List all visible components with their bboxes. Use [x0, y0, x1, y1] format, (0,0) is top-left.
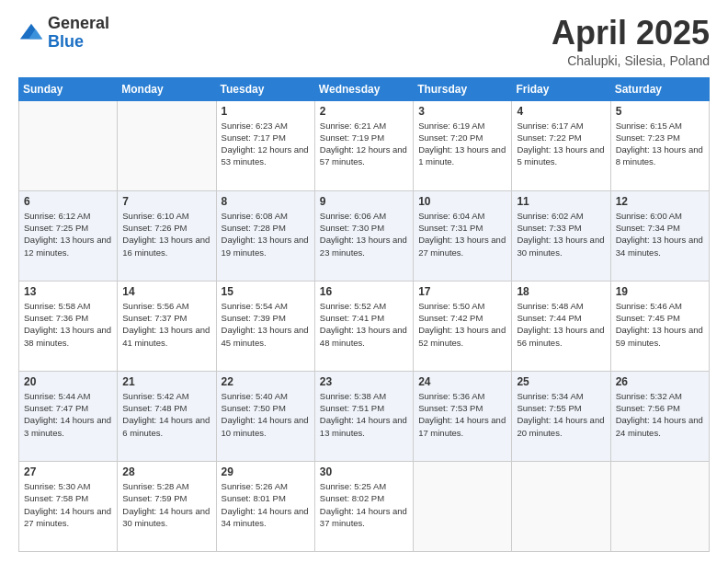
logo-icon: [18, 20, 44, 46]
calendar-week-row: 20Sunrise: 5:44 AM Sunset: 7:47 PM Dayli…: [19, 371, 710, 461]
table-row: 7Sunrise: 6:10 AM Sunset: 7:26 PM Daylig…: [118, 190, 216, 281]
logo: General Blue: [18, 15, 109, 52]
day-number: 19: [616, 285, 704, 298]
day-info: Sunrise: 5:54 AM Sunset: 7:39 PM Dayligh…: [222, 300, 310, 349]
day-info: Sunrise: 5:34 AM Sunset: 7:55 PM Dayligh…: [517, 390, 605, 439]
day-info: Sunrise: 5:28 AM Sunset: 7:59 PM Dayligh…: [122, 480, 210, 529]
day-number: 15: [222, 285, 310, 298]
day-number: 21: [122, 375, 210, 388]
day-info: Sunrise: 6:17 AM Sunset: 7:22 PM Dayligh…: [517, 120, 605, 168]
table-row: 3Sunrise: 6:19 AM Sunset: 7:20 PM Daylig…: [414, 100, 512, 190]
day-number: 18: [517, 285, 605, 298]
day-number: 11: [517, 195, 605, 208]
calendar-week-row: 1Sunrise: 6:23 AM Sunset: 7:17 PM Daylig…: [19, 100, 710, 190]
day-info: Sunrise: 6:23 AM Sunset: 7:17 PM Dayligh…: [222, 120, 310, 168]
calendar-table: Sunday Monday Tuesday Wednesday Thursday…: [18, 77, 710, 552]
logo-general-text: General: [48, 14, 109, 32]
day-info: Sunrise: 5:42 AM Sunset: 7:48 PM Dayligh…: [122, 390, 210, 439]
col-thursday: Thursday: [414, 77, 512, 100]
day-number: 17: [418, 285, 506, 298]
day-number: 9: [320, 195, 408, 208]
day-number: 20: [24, 375, 112, 388]
header: General Blue April 2025 Chalupki, Silesi…: [18, 15, 710, 68]
day-number: 10: [418, 195, 506, 208]
day-info: Sunrise: 5:48 AM Sunset: 7:44 PM Dayligh…: [517, 300, 605, 349]
day-info: Sunrise: 6:10 AM Sunset: 7:26 PM Dayligh…: [122, 210, 210, 259]
day-number: 22: [222, 375, 310, 388]
day-number: 28: [122, 465, 210, 478]
table-row: 28Sunrise: 5:28 AM Sunset: 7:59 PM Dayli…: [118, 461, 216, 551]
table-row: 1Sunrise: 6:23 AM Sunset: 7:17 PM Daylig…: [216, 100, 314, 190]
col-sunday: Sunday: [19, 77, 118, 100]
day-number: 23: [320, 375, 408, 388]
table-row: 11Sunrise: 6:02 AM Sunset: 7:33 PM Dayli…: [512, 190, 610, 281]
location: Chalupki, Silesia, Poland: [552, 53, 710, 68]
header-row: Sunday Monday Tuesday Wednesday Thursday…: [19, 77, 710, 100]
day-info: Sunrise: 5:52 AM Sunset: 7:41 PM Dayligh…: [320, 300, 408, 349]
table-row: 25Sunrise: 5:34 AM Sunset: 7:55 PM Dayli…: [512, 371, 610, 461]
day-number: 27: [24, 465, 112, 478]
logo-blue-text: Blue: [48, 32, 84, 51]
table-row: 30Sunrise: 5:25 AM Sunset: 8:02 PM Dayli…: [314, 461, 413, 551]
table-row: [414, 461, 512, 551]
day-number: 7: [122, 195, 210, 208]
table-row: [19, 100, 118, 190]
col-saturday: Saturday: [610, 77, 709, 100]
day-number: 4: [517, 105, 605, 118]
day-info: Sunrise: 5:26 AM Sunset: 8:01 PM Dayligh…: [222, 480, 310, 529]
calendar-week-row: 13Sunrise: 5:58 AM Sunset: 7:36 PM Dayli…: [19, 281, 710, 371]
title-block: April 2025 Chalupki, Silesia, Poland: [552, 15, 710, 68]
table-row: 8Sunrise: 6:08 AM Sunset: 7:28 PM Daylig…: [216, 190, 314, 281]
day-info: Sunrise: 5:58 AM Sunset: 7:36 PM Dayligh…: [24, 300, 112, 349]
day-number: 25: [517, 375, 605, 388]
day-number: 13: [24, 285, 112, 298]
logo-text: General Blue: [48, 15, 109, 52]
table-row: 16Sunrise: 5:52 AM Sunset: 7:41 PM Dayli…: [314, 281, 413, 371]
table-row: 23Sunrise: 5:38 AM Sunset: 7:51 PM Dayli…: [314, 371, 413, 461]
col-tuesday: Tuesday: [216, 77, 314, 100]
table-row: 2Sunrise: 6:21 AM Sunset: 7:19 PM Daylig…: [314, 100, 413, 190]
day-info: Sunrise: 6:08 AM Sunset: 7:28 PM Dayligh…: [222, 210, 310, 259]
table-row: 4Sunrise: 6:17 AM Sunset: 7:22 PM Daylig…: [512, 100, 610, 190]
table-row: 19Sunrise: 5:46 AM Sunset: 7:45 PM Dayli…: [610, 281, 709, 371]
month-title: April 2025: [552, 15, 710, 52]
calendar-week-row: 6Sunrise: 6:12 AM Sunset: 7:25 PM Daylig…: [19, 190, 710, 281]
day-number: 30: [320, 465, 408, 478]
day-info: Sunrise: 5:38 AM Sunset: 7:51 PM Dayligh…: [320, 390, 408, 439]
day-info: Sunrise: 5:30 AM Sunset: 7:58 PM Dayligh…: [24, 480, 112, 529]
day-number: 2: [320, 105, 408, 118]
day-info: Sunrise: 6:02 AM Sunset: 7:33 PM Dayligh…: [517, 210, 605, 259]
table-row: 27Sunrise: 5:30 AM Sunset: 7:58 PM Dayli…: [19, 461, 118, 551]
table-row: [118, 100, 216, 190]
day-info: Sunrise: 5:36 AM Sunset: 7:53 PM Dayligh…: [418, 390, 506, 439]
day-number: 14: [122, 285, 210, 298]
col-wednesday: Wednesday: [314, 77, 413, 100]
table-row: 26Sunrise: 5:32 AM Sunset: 7:56 PM Dayli…: [610, 371, 709, 461]
day-info: Sunrise: 5:50 AM Sunset: 7:42 PM Dayligh…: [418, 300, 506, 349]
day-info: Sunrise: 6:21 AM Sunset: 7:19 PM Dayligh…: [320, 120, 408, 168]
table-row: 15Sunrise: 5:54 AM Sunset: 7:39 PM Dayli…: [216, 281, 314, 371]
day-info: Sunrise: 6:00 AM Sunset: 7:34 PM Dayligh…: [616, 210, 704, 259]
table-row: [512, 461, 610, 551]
table-row: 24Sunrise: 5:36 AM Sunset: 7:53 PM Dayli…: [414, 371, 512, 461]
table-row: 20Sunrise: 5:44 AM Sunset: 7:47 PM Dayli…: [19, 371, 118, 461]
day-number: 1: [222, 105, 310, 118]
day-info: Sunrise: 6:12 AM Sunset: 7:25 PM Dayligh…: [24, 210, 112, 259]
table-row: 17Sunrise: 5:50 AM Sunset: 7:42 PM Dayli…: [414, 281, 512, 371]
day-number: 24: [418, 375, 506, 388]
day-info: Sunrise: 5:40 AM Sunset: 7:50 PM Dayligh…: [222, 390, 310, 439]
col-monday: Monday: [118, 77, 216, 100]
table-row: 21Sunrise: 5:42 AM Sunset: 7:48 PM Dayli…: [118, 371, 216, 461]
day-info: Sunrise: 5:56 AM Sunset: 7:37 PM Dayligh…: [122, 300, 210, 349]
day-number: 5: [616, 105, 704, 118]
day-number: 3: [418, 105, 506, 118]
table-row: 22Sunrise: 5:40 AM Sunset: 7:50 PM Dayli…: [216, 371, 314, 461]
day-info: Sunrise: 6:15 AM Sunset: 7:23 PM Dayligh…: [616, 120, 704, 168]
day-number: 29: [222, 465, 310, 478]
day-info: Sunrise: 6:04 AM Sunset: 7:31 PM Dayligh…: [418, 210, 506, 259]
table-row: 5Sunrise: 6:15 AM Sunset: 7:23 PM Daylig…: [610, 100, 709, 190]
table-row: 12Sunrise: 6:00 AM Sunset: 7:34 PM Dayli…: [610, 190, 709, 281]
day-info: Sunrise: 6:06 AM Sunset: 7:30 PM Dayligh…: [320, 210, 408, 259]
table-row: 10Sunrise: 6:04 AM Sunset: 7:31 PM Dayli…: [414, 190, 512, 281]
day-info: Sunrise: 5:32 AM Sunset: 7:56 PM Dayligh…: [616, 390, 704, 439]
